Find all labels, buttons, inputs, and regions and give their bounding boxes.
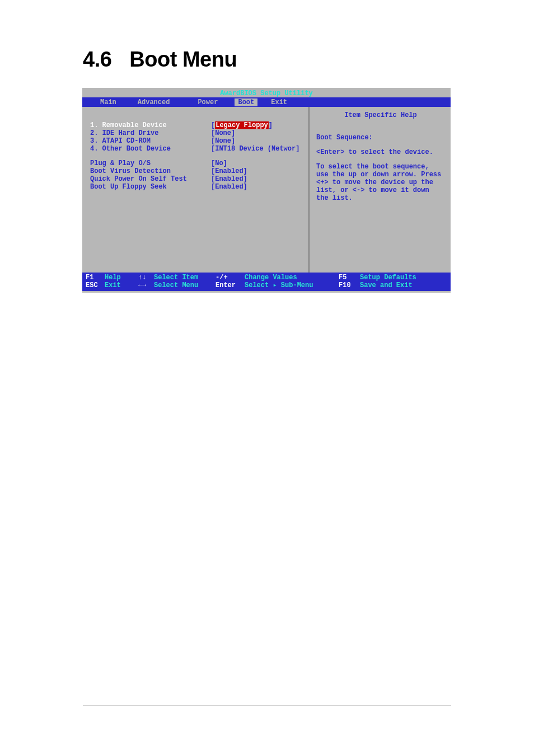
boot-device-1[interactable]: 1. Removable Device [Legacy Floppy] (90, 121, 303, 129)
bios-screenshot: AwardBIOS Setup Utility Main Advanced Po… (82, 88, 451, 293)
setting-virus-label: Boot Virus Detection (90, 167, 211, 175)
setting-virus[interactable]: Boot Virus Detection [Enabled] (90, 167, 303, 175)
key-updown-icon: ↑↓ (138, 274, 154, 281)
bios-title: AwardBIOS Setup Utility (82, 88, 451, 97)
main-area: 1. Removable Device [Legacy Floppy] 2. I… (82, 107, 451, 273)
help-title: Item Specific Help (316, 111, 445, 119)
label-setup-defaults: Setup Defaults (360, 274, 416, 281)
boot-device-2[interactable]: 2. IDE Hard Drive [None] (90, 129, 303, 137)
footer-bar: F1 ESC Help Exit ↑↓ ←→ Select Item Selec… (82, 273, 451, 291)
tab-boot[interactable]: Boot (235, 98, 257, 106)
label-select-item: Select Item (154, 274, 216, 281)
setting-floppy-seek[interactable]: Boot Up Floppy Seek [Enabled] (90, 183, 303, 191)
key-enter: Enter (216, 281, 245, 289)
boot-label-4: 4. Other Boot Device (90, 145, 211, 153)
label-change-values: Change Values (245, 274, 339, 281)
setting-floppy-value: [Enabled] (211, 183, 247, 191)
setting-qpost[interactable]: Quick Power On Self Test [Enabled] (90, 175, 303, 183)
setting-virus-value: [Enabled] (211, 167, 247, 175)
setting-pnp-value: [No] (211, 159, 227, 167)
settings-panel: 1. Removable Device [Legacy Floppy] 2. I… (82, 107, 310, 273)
help-panel: Item Specific Help Boot Sequence: <Enter… (310, 107, 451, 273)
setting-qpost-label: Quick Power On Self Test (90, 175, 211, 183)
boot-value-2: [None] (211, 129, 235, 137)
key-f1: F1 (86, 274, 105, 281)
key-f5: F5 (339, 274, 360, 281)
boot-device-4[interactable]: 4. Other Boot Device [INT18 Device (Netw… (90, 145, 303, 153)
boot-device-3[interactable]: 3. ATAPI CD-ROM [None] (90, 137, 303, 145)
label-select-menu: Select Menu (154, 281, 216, 289)
boot-label-3: 3. ATAPI CD-ROM (90, 137, 211, 145)
tabs-row: Main Advanced Power Boot Exit (82, 97, 451, 107)
tab-exit[interactable]: Exit (265, 98, 293, 106)
key-f10: F10 (339, 281, 360, 289)
setting-pnp[interactable]: Plug & Play O/S [No] (90, 159, 303, 167)
section-number: 4.6 (83, 48, 111, 71)
key-leftright-icon: ←→ (138, 281, 154, 289)
boot-label-2: 2. IDE Hard Drive (90, 129, 211, 137)
tab-main[interactable]: Main (95, 98, 122, 106)
boot-value-1: [Legacy Floppy] (211, 121, 273, 129)
label-select-submenu: Select ▸ Sub-Menu (245, 281, 339, 289)
key-plusminus: -/+ (216, 274, 245, 281)
help-body-2: To select the boot sequence, use the up … (316, 163, 445, 202)
setting-qpost-value: [Enabled] (211, 175, 247, 183)
help-body-1: <Enter> to select the device. (316, 148, 445, 156)
tab-advanced[interactable]: Advanced (132, 98, 176, 106)
label-help: Help (105, 274, 138, 281)
boot-value-3: [None] (211, 137, 235, 145)
setting-floppy-label: Boot Up Floppy Seek (90, 183, 211, 191)
key-esc: ESC (86, 281, 105, 289)
page-heading: 4.6Boot Menu (83, 48, 237, 72)
boot-value-4: [INT18 Device (Networ] (211, 145, 299, 153)
section-title: Boot Menu (129, 48, 237, 71)
label-save-exit: Save and Exit (360, 281, 416, 289)
tab-power[interactable]: Power (192, 98, 223, 106)
help-subtitle: Boot Sequence: (316, 134, 445, 142)
setting-pnp-label: Plug & Play O/S (90, 159, 211, 167)
page-footer-divider (83, 705, 451, 706)
boot-label-1: 1. Removable Device (90, 121, 211, 129)
label-exit: Exit (105, 281, 138, 289)
